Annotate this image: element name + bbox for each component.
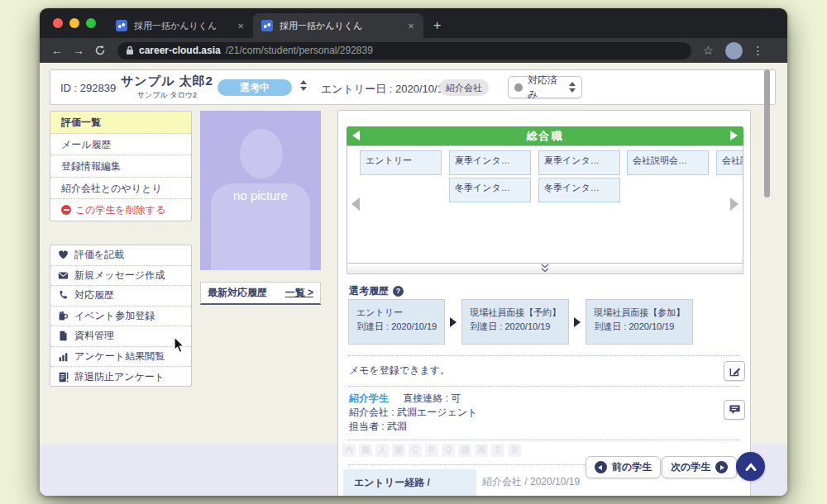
- event-card[interactable]: 夏季インタ…: [449, 150, 531, 175]
- attribute-badge: R: [425, 444, 438, 457]
- step-arrow-icon: [574, 317, 581, 327]
- reload-icon[interactable]: [89, 45, 111, 56]
- step-date: 到達日 : 2020/10/19: [470, 320, 561, 334]
- arrow-right-circle-icon: [715, 461, 728, 473]
- close-window-button[interactable]: [53, 18, 63, 28]
- event-card[interactable]: エントリー: [360, 150, 442, 175]
- sidebar-item-document-management[interactable]: 資料管理: [50, 326, 191, 347]
- menu-label: アンケート結果閲覧: [74, 349, 165, 364]
- student-name: サンプル 太郎2: [121, 74, 213, 89]
- tab-close-icon[interactable]: ×: [235, 20, 246, 32]
- message-agency-button[interactable]: [724, 400, 745, 420]
- sidebar-item-mail-history[interactable]: メール履歴: [50, 134, 191, 156]
- site-favicon: [116, 20, 127, 31]
- status-stepper-icon[interactable]: [300, 80, 307, 91]
- url-host: career-cloud.asia: [139, 45, 221, 56]
- job-category-header: 総合職: [347, 126, 743, 145]
- carousel-next-icon[interactable]: [730, 131, 738, 140]
- next-student-label: 次の学生: [671, 460, 710, 474]
- sidebar-item-new-message[interactable]: 新規メッセージ作成: [50, 266, 191, 287]
- divider: [348, 386, 740, 387]
- event-card[interactable]: 冬季インタ…: [538, 178, 620, 202]
- step-title: 現場社員面接【予約】: [470, 306, 561, 320]
- lock-icon: [126, 45, 134, 55]
- sidebar-item-delete-student[interactable]: この学生を削除する: [50, 199, 191, 221]
- survey-icon: [58, 372, 69, 383]
- step-arrow-icon: [450, 317, 457, 327]
- attribute-badge: 入: [375, 444, 389, 457]
- address-bar[interactable]: career-cloud.asia/21/com/student/persona…: [117, 42, 691, 59]
- back-icon[interactable]: ←: [46, 44, 68, 57]
- tab-close-icon[interactable]: ×: [405, 20, 417, 32]
- sidebar-item-write-evaluation[interactable]: 評価を記載: [50, 245, 191, 266]
- referral-line-1: 紹介学生 直接連絡 : 可: [349, 392, 461, 406]
- page-scrollbar[interactable]: [764, 69, 770, 197]
- browser-tab-bar: 採用一括かんりくん × 採用一括かんりくん × +: [40, 8, 787, 38]
- referral-person-value: 担当者 : 武淵: [349, 420, 407, 434]
- maximize-window-button[interactable]: [86, 18, 96, 28]
- help-icon[interactable]: [393, 286, 404, 297]
- edit-memo-button[interactable]: [724, 361, 745, 381]
- edit-icon: [729, 365, 741, 378]
- previous-student-label: 前の学生: [612, 460, 652, 474]
- panel-scroll-left-icon[interactable]: [351, 197, 360, 211]
- sidebar-item-survey-results[interactable]: アンケート結果閲覧: [50, 347, 191, 368]
- carousel-prev-icon[interactable]: [352, 131, 360, 140]
- tab-title: 採用一括かんりくん: [134, 20, 228, 32]
- attribute-badge: B: [508, 444, 521, 457]
- attribute-badge: C: [409, 444, 422, 457]
- arrow-left-circle-icon: [595, 461, 607, 473]
- browser-menu-icon[interactable]: ⋮: [753, 44, 764, 57]
- menu-label: 辞退防止アンケート: [74, 370, 165, 384]
- event-card[interactable]: 冬季インタ…: [449, 178, 531, 202]
- browser-tab-active[interactable]: 採用一括かんりくん ×: [253, 13, 423, 38]
- selection-step: エントリー 到達日 : 2020/10/19: [348, 299, 445, 345]
- agency-tag: 紹介会社: [439, 79, 489, 96]
- history-list-link[interactable]: 一覧 >: [285, 286, 313, 300]
- event-card[interactable]: 夏季インタ…: [538, 150, 620, 175]
- browser-toolbar: ← → career-cloud.asia/21/com/student/per…: [40, 38, 787, 63]
- chat-icon: [729, 404, 741, 416]
- student-kana: サンプル タロウ2: [121, 90, 213, 101]
- step-date: 到達日 : 2020/10/19: [594, 320, 685, 334]
- panel-expand-bar[interactable]: [347, 264, 743, 274]
- sidebar-item-decline-prevention-survey[interactable]: 辞退防止アンケート: [50, 367, 191, 388]
- browser-tab-inactive[interactable]: 採用一括かんりくん ×: [108, 13, 253, 38]
- page-content: ID : 292839 サンプル 太郎2 サンプル タロウ2 選考中 エントリー…: [40, 63, 787, 496]
- selection-history-label: 選考履歴: [349, 284, 389, 298]
- referral-agency-value: 紹介会社 : 武淵エージェント: [349, 406, 477, 420]
- attribute-badge: S: [491, 444, 504, 457]
- event-card[interactable]: 会社説明会…: [716, 150, 743, 175]
- silhouette-head: [240, 129, 283, 178]
- mug-icon: [58, 311, 69, 321]
- delete-student-label: この学生を削除する: [75, 199, 165, 221]
- selection-step: 現場社員面接【参加】 到達日 : 2020/10/19: [586, 299, 693, 345]
- sidebar-item-response-history[interactable]: 対応履歴: [50, 286, 191, 307]
- sidebar-menu-actions: 評価を記載 新規メッセージ作成 対応履歴 イベント参加登録 資料管理 アンケート…: [50, 245, 192, 387]
- status-dot-icon: [514, 83, 523, 92]
- sidebar-item-evaluation-list[interactable]: 評価一覧: [50, 112, 191, 134]
- attribute-badge: 留: [392, 444, 405, 457]
- event-card[interactable]: 会社説明会…: [627, 150, 709, 175]
- panel-scroll-right-icon[interactable]: [730, 197, 739, 211]
- minimize-window-button[interactable]: [69, 18, 79, 28]
- sidebar-item-event-registration[interactable]: イベント参加登録: [50, 307, 191, 327]
- menu-label: 対応履歴: [74, 288, 114, 302]
- step-date: 到達日 : 2020/10/19: [356, 320, 437, 334]
- new-tab-button[interactable]: +: [423, 18, 451, 38]
- previous-student-button[interactable]: 前の学生: [586, 456, 661, 478]
- student-header-card: ID : 292839 サンプル 太郎2 サンプル タロウ2 選考中 エントリー…: [50, 69, 776, 105]
- referral-student-tag[interactable]: 紹介学生: [349, 392, 389, 404]
- sidebar-item-edit-registration[interactable]: 登録情報編集: [50, 155, 191, 178]
- menu-label: イベント参加登録: [74, 309, 155, 323]
- sidebar-item-agency-correspondence[interactable]: 紹介会社とのやりとり: [50, 178, 191, 200]
- next-student-button[interactable]: 次の学生: [662, 456, 737, 478]
- profile-avatar[interactable]: [725, 42, 743, 59]
- response-status-select[interactable]: 対応済み: [508, 76, 582, 98]
- bookmark-star-icon[interactable]: ☆: [703, 44, 714, 57]
- entry-route-tab[interactable]: エントリー経路 /: [343, 469, 476, 496]
- forward-icon[interactable]: →: [68, 44, 89, 57]
- selection-status-badge[interactable]: 選考中: [218, 79, 292, 96]
- minus-circle-icon: [61, 205, 71, 215]
- scroll-to-top-button[interactable]: [736, 452, 765, 481]
